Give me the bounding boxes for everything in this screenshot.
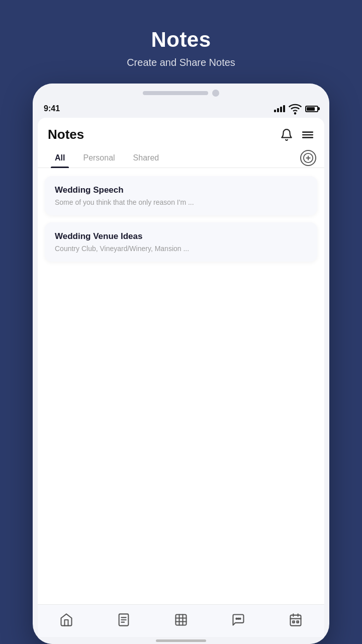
status-time: 9:41 (44, 104, 60, 113)
svg-point-17 (238, 618, 239, 619)
hamburger-icon (301, 128, 314, 141)
battery-fill (307, 107, 315, 111)
app-content: Notes (38, 118, 324, 637)
nav-notes[interactable] (109, 611, 139, 629)
svg-rect-24 (297, 621, 299, 623)
chat-icon (231, 613, 245, 627)
svg-point-16 (236, 618, 237, 619)
tab-personal[interactable]: Personal (74, 148, 124, 168)
note-title-1: Wedding Speech (55, 185, 307, 195)
svg-point-18 (239, 618, 240, 619)
note-card-2[interactable]: Wedding Venue Ideas Country Club, Vineya… (45, 222, 317, 262)
status-bar: 9:41 (33, 99, 329, 118)
tab-all[interactable]: All (46, 148, 74, 168)
app-subtitle: Create and Share Notes (127, 57, 235, 68)
signal-bar-4 (283, 105, 285, 112)
nav-chat[interactable] (223, 611, 253, 629)
svg-point-0 (295, 113, 296, 114)
notes-list: Wedding Speech Some of you think that th… (38, 168, 324, 604)
status-icons (274, 102, 318, 116)
header-icons (280, 128, 314, 141)
calendar-icon (289, 613, 303, 627)
svg-rect-19 (291, 615, 301, 626)
menu-button[interactable] (301, 128, 314, 141)
home-indicator (156, 639, 206, 642)
note-preview-2: Country Club, Vineyard/Winery, Mansion .… (55, 245, 307, 253)
signal-bar-1 (274, 110, 276, 112)
note-card-1[interactable]: Wedding Speech Some of you think that th… (45, 176, 317, 215)
tab-shared[interactable]: Shared (124, 148, 168, 168)
notch-camera (212, 90, 219, 97)
add-tab-button[interactable] (300, 150, 316, 166)
signal-bars-icon (274, 105, 285, 112)
notch-pill (143, 91, 208, 95)
phone-frame: 9:41 Notes (33, 84, 329, 644)
home-icon (59, 613, 73, 627)
tabs-row: All Personal Shared (38, 148, 324, 168)
gallery-icon (174, 613, 188, 627)
phone-bottom (33, 637, 329, 644)
bottom-nav (38, 604, 324, 637)
wifi-icon (288, 102, 302, 116)
note-preview-1: Some of you think that the only reason I… (55, 198, 307, 206)
app-title: Notes (151, 28, 211, 52)
battery-icon (305, 106, 318, 112)
bell-icon (280, 128, 293, 141)
notification-button[interactable] (280, 128, 293, 141)
signal-bar-2 (277, 108, 279, 112)
plus-circle-icon (303, 152, 314, 164)
nav-gallery[interactable] (166, 611, 196, 629)
notes-icon (117, 613, 131, 627)
nav-home[interactable] (51, 611, 81, 629)
background-header: Notes Create and Share Notes (0, 0, 362, 84)
signal-bar-3 (280, 107, 282, 112)
phone-top-bar (33, 84, 329, 99)
notes-page-title: Notes (48, 127, 84, 142)
nav-calendar[interactable] (281, 611, 311, 629)
note-title-2: Wedding Venue Ideas (55, 231, 307, 242)
svg-rect-23 (293, 621, 295, 623)
app-header: Notes (38, 118, 324, 148)
svg-rect-11 (176, 615, 187, 625)
